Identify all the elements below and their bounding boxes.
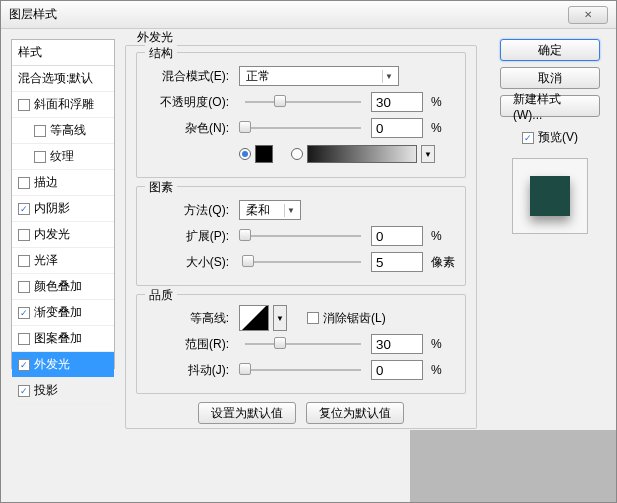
style-item-checkbox[interactable] — [34, 125, 46, 137]
range-input[interactable] — [371, 334, 423, 354]
range-label: 范围(R): — [147, 336, 235, 353]
structure-group: 结构 混合模式(E): 正常 ▼ 不透明度(O): % — [136, 52, 466, 178]
style-item-label: 投影 — [34, 382, 58, 399]
style-item-checkbox[interactable] — [18, 281, 30, 293]
blend-mode-label: 混合模式(E): — [147, 68, 235, 85]
reset-default-button[interactable]: 复位为默认值 — [306, 402, 404, 424]
size-slider[interactable] — [245, 253, 361, 271]
close-icon: ✕ — [584, 9, 592, 20]
style-item-checkbox[interactable] — [18, 333, 30, 345]
color-swatch[interactable] — [255, 145, 273, 163]
style-item-label: 外发光 — [34, 356, 70, 373]
preview-checkbox[interactable] — [522, 132, 534, 144]
quality-group: 品质 等高线: ▼ 消除锯齿(L) 范围(R): % — [136, 294, 466, 394]
size-label: 大小(S): — [147, 254, 235, 271]
gradient-dropdown[interactable]: ▼ — [421, 145, 435, 163]
style-item-label: 图案叠加 — [34, 330, 82, 347]
style-item-5[interactable]: 内发光 — [12, 222, 114, 248]
opacity-input[interactable] — [371, 92, 423, 112]
style-item-label: 光泽 — [34, 252, 58, 269]
jitter-input[interactable] — [371, 360, 423, 380]
opacity-slider[interactable] — [245, 93, 361, 111]
layer-style-dialog: 图层样式 ✕ 样式 混合选项:默认 斜面和浮雕等高线纹理描边内阴影内发光光泽颜色… — [0, 0, 617, 503]
window-title: 图层样式 — [9, 6, 568, 23]
preview-shape — [530, 176, 570, 216]
style-item-checkbox[interactable] — [18, 99, 30, 111]
blend-options-default[interactable]: 混合选项:默认 — [12, 66, 114, 92]
style-item-checkbox[interactable] — [18, 359, 30, 371]
spread-label: 扩展(P): — [147, 228, 235, 245]
contour-label: 等高线: — [147, 310, 235, 327]
style-item-8[interactable]: 渐变叠加 — [12, 300, 114, 326]
style-item-11[interactable]: 投影 — [12, 378, 114, 404]
styles-header: 样式 — [12, 40, 114, 66]
element-group: 图素 方法(Q): 柔和 ▼ 扩展(P): % — [136, 186, 466, 286]
preview-thumbnail — [512, 158, 588, 234]
set-default-button[interactable]: 设置为默认值 — [198, 402, 296, 424]
range-slider[interactable] — [245, 335, 361, 353]
new-style-button[interactable]: 新建样式(W)... — [500, 95, 600, 117]
style-item-9[interactable]: 图案叠加 — [12, 326, 114, 352]
contour-picker[interactable] — [239, 305, 269, 331]
cancel-button[interactable]: 取消 — [500, 67, 600, 89]
chevron-down-icon: ▼ — [382, 70, 395, 83]
preview-label: 预览(V) — [538, 129, 578, 146]
bottom-gray-block — [410, 430, 616, 502]
style-item-label: 描边 — [34, 174, 58, 191]
spread-input[interactable] — [371, 226, 423, 246]
size-input[interactable] — [371, 252, 423, 272]
chevron-down-icon: ▼ — [284, 204, 297, 217]
opacity-label: 不透明度(O): — [147, 94, 235, 111]
noise-slider[interactable] — [245, 119, 361, 137]
blend-mode-select[interactable]: 正常 ▼ — [239, 66, 399, 86]
antialias-checkbox[interactable] — [307, 312, 319, 324]
style-item-7[interactable]: 颜色叠加 — [12, 274, 114, 300]
right-panel: 确定 取消 新建样式(W)... 预览(V) — [496, 39, 604, 234]
spread-slider[interactable] — [245, 227, 361, 245]
style-item-10[interactable]: 外发光 — [12, 352, 114, 378]
style-item-checkbox[interactable] — [18, 229, 30, 241]
style-item-checkbox[interactable] — [18, 385, 30, 397]
style-item-4[interactable]: 内阴影 — [12, 196, 114, 222]
method-label: 方法(Q): — [147, 202, 235, 219]
noise-input[interactable] — [371, 118, 423, 138]
style-item-label: 斜面和浮雕 — [34, 96, 94, 113]
style-item-label: 等高线 — [50, 122, 86, 139]
gradient-radio[interactable] — [291, 148, 303, 160]
close-button[interactable]: ✕ — [568, 6, 608, 24]
style-item-checkbox[interactable] — [34, 151, 46, 163]
style-item-label: 渐变叠加 — [34, 304, 82, 321]
style-item-checkbox[interactable] — [18, 307, 30, 319]
style-item-3[interactable]: 描边 — [12, 170, 114, 196]
style-item-checkbox[interactable] — [18, 203, 30, 215]
style-item-label: 纹理 — [50, 148, 74, 165]
style-item-6[interactable]: 光泽 — [12, 248, 114, 274]
style-item-2[interactable]: 纹理 — [12, 144, 114, 170]
style-item-0[interactable]: 斜面和浮雕 — [12, 92, 114, 118]
contour-dropdown[interactable]: ▼ — [273, 305, 287, 331]
style-item-label: 内阴影 — [34, 200, 70, 217]
titlebar[interactable]: 图层样式 ✕ — [1, 1, 616, 29]
style-item-1[interactable]: 等高线 — [12, 118, 114, 144]
jitter-slider[interactable] — [245, 361, 361, 379]
method-select[interactable]: 柔和 ▼ — [239, 200, 301, 220]
style-item-checkbox[interactable] — [18, 255, 30, 267]
noise-label: 杂色(N): — [147, 120, 235, 137]
antialias-label: 消除锯齿(L) — [323, 310, 386, 327]
style-item-label: 内发光 — [34, 226, 70, 243]
panel-title: 外发光 — [133, 29, 177, 46]
effect-panel: 外发光 结构 混合模式(E): 正常 ▼ 不透明度(O): — [125, 31, 477, 437]
jitter-label: 抖动(J): — [147, 362, 235, 379]
ok-button[interactable]: 确定 — [500, 39, 600, 61]
style-item-checkbox[interactable] — [18, 177, 30, 189]
solid-color-radio[interactable] — [239, 148, 251, 160]
styles-list: 样式 混合选项:默认 斜面和浮雕等高线纹理描边内阴影内发光光泽颜色叠加渐变叠加图… — [11, 39, 115, 369]
style-item-label: 颜色叠加 — [34, 278, 82, 295]
gradient-swatch[interactable] — [307, 145, 417, 163]
